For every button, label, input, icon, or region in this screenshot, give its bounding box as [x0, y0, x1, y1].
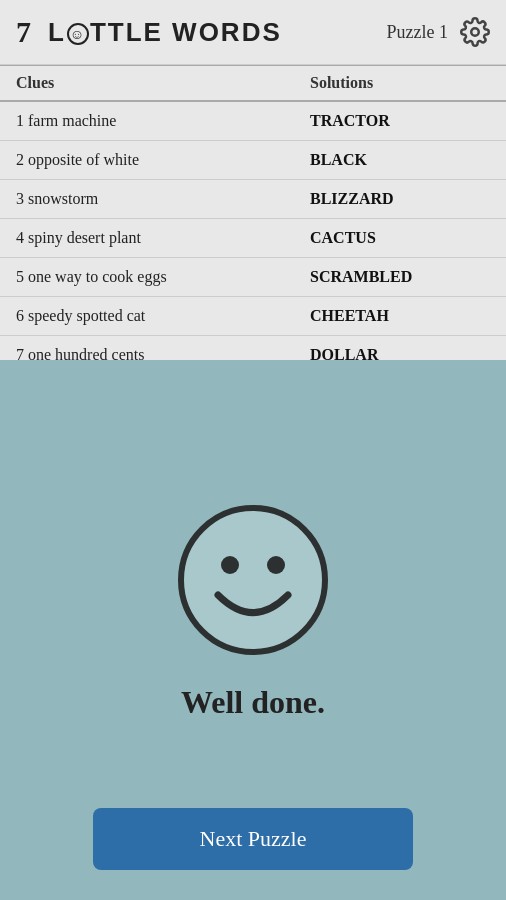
svg-point-0 — [471, 28, 479, 36]
next-puzzle-button[interactable]: Next Puzzle — [93, 808, 413, 870]
solution-text: SCRAMBLED — [310, 268, 490, 286]
clues-header-row: Clues Solutions — [0, 65, 506, 102]
solutions-column-header: Solutions — [310, 74, 490, 92]
clue-text: 1 farm machine — [16, 112, 310, 130]
clue-text: 4 spiny desert plant — [16, 229, 310, 247]
solution-text: TRACTOR — [310, 112, 490, 130]
clue-row: 3 snowstormBLIZZARD — [0, 180, 506, 219]
solution-text: CHEETAH — [310, 307, 490, 325]
svg-point-3 — [267, 556, 285, 574]
puzzle-label: Puzzle 1 — [387, 22, 448, 43]
clue-row: 1 farm machineTRACTOR — [0, 102, 506, 141]
smiley-face — [173, 500, 333, 664]
clue-row: 5 one way to cook eggsSCRAMBLED — [0, 258, 506, 297]
clue-row: 4 spiny desert plantCACTUS — [0, 219, 506, 258]
clue-text: 2 opposite of white — [16, 151, 310, 169]
app-title: 7 L☺TTLE WORDS — [16, 15, 282, 49]
app-header: 7 L☺TTLE WORDS Puzzle 1 — [0, 0, 506, 65]
solution-text: BLIZZARD — [310, 190, 490, 208]
clue-row: 6 speedy spotted catCHEETAH — [0, 297, 506, 336]
solution-text: CACTUS — [310, 229, 490, 247]
clues-column-header: Clues — [16, 74, 310, 92]
solution-text: BLACK — [310, 151, 490, 169]
app-title-number: 7 — [16, 15, 32, 49]
clue-text: 6 speedy spotted cat — [16, 307, 310, 325]
svg-point-2 — [221, 556, 239, 574]
well-done-message: Well done. — [181, 684, 325, 721]
clue-text: 5 one way to cook eggs — [16, 268, 310, 286]
header-right: Puzzle 1 — [387, 17, 490, 47]
clue-row: 2 opposite of whiteBLACK — [0, 141, 506, 180]
settings-icon[interactable] — [460, 17, 490, 47]
app-title-text: L☺TTLE WORDS — [48, 17, 282, 48]
clue-text: 3 snowstorm — [16, 190, 310, 208]
completion-section: Well done. Next Puzzle — [0, 360, 506, 900]
svg-point-1 — [181, 508, 325, 652]
clues-list: 1 farm machineTRACTOR2 opposite of white… — [0, 102, 506, 375]
clues-section: Clues Solutions 1 farm machineTRACTOR2 o… — [0, 65, 506, 375]
